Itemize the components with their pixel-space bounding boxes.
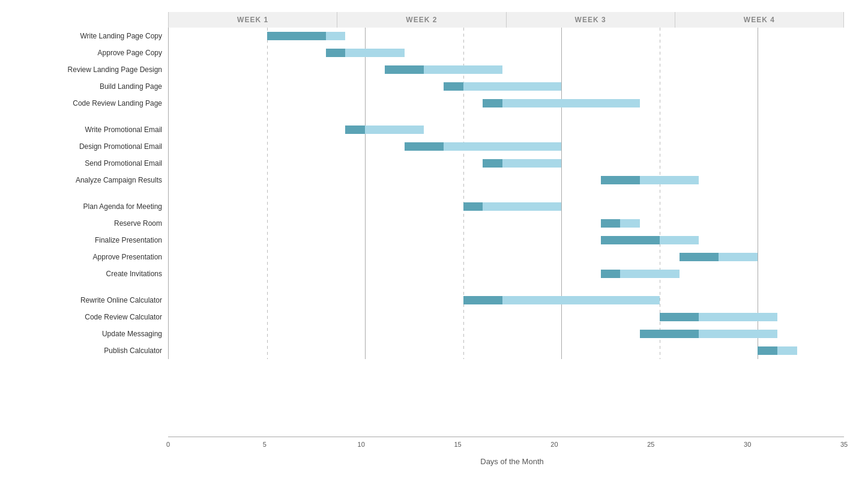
bar-dark-segment: [326, 49, 346, 57]
x-axis: 05101520253035: [168, 437, 844, 455]
bar-light-segment: [777, 346, 797, 355]
week-header: WEEK 1 WEEK 2 WEEK 3 WEEK 4: [168, 12, 844, 28]
bar-dark-segment: [385, 65, 424, 74]
bar-light-segment: [620, 270, 679, 278]
bar-light-segment: [502, 99, 640, 107]
task-label: Write Promotional Email: [12, 121, 168, 138]
task-label: Create Invitations: [12, 265, 168, 282]
x-tick: 30: [744, 441, 751, 448]
bar-light-segment: [483, 202, 561, 211]
gantt-bar: [169, 232, 856, 249]
bar-light-segment: [699, 313, 777, 321]
x-tick: 0: [166, 441, 170, 448]
gantt-bar: [169, 138, 856, 155]
gantt-bar: [169, 198, 856, 215]
bar-light-segment: [640, 176, 699, 184]
task-label: Design Promotional Email: [12, 138, 168, 155]
gantt-bar: [169, 95, 856, 112]
task-label: [12, 189, 168, 198]
gantt-bar: [169, 342, 856, 359]
bar-dark-segment: [680, 253, 719, 261]
bar-light-segment: [326, 32, 346, 40]
gantt-bar: [169, 61, 856, 78]
bar-light-segment: [365, 126, 424, 134]
week-label-2: WEEK 2: [337, 12, 505, 28]
bar-light-segment: [444, 142, 561, 151]
bar-dark-segment: [640, 330, 699, 338]
bar-dark-segment: [601, 236, 660, 244]
week-label-3: WEEK 3: [506, 12, 675, 28]
task-label: Write Landing Page Copy: [12, 28, 168, 44]
gantt-bar: [169, 265, 856, 282]
task-label: Publish Calculator: [12, 342, 168, 359]
bar-light-segment: [424, 65, 502, 74]
bar-dark-segment: [660, 313, 699, 321]
task-label: Reserve Room: [12, 215, 168, 232]
x-tick: 15: [454, 441, 461, 448]
x-tick: 20: [550, 441, 558, 448]
bar-dark-segment: [463, 296, 502, 304]
bar-dark-segment: [405, 142, 444, 151]
bar-dark-segment: [267, 32, 326, 40]
x-tick: 5: [263, 441, 267, 448]
task-label: [12, 282, 168, 292]
bar-dark-segment: [444, 82, 463, 91]
bar-dark-segment: [601, 270, 621, 278]
bar-light-segment: [502, 159, 561, 168]
task-label: Code Review Landing Page: [12, 95, 168, 112]
bar-light-segment: [719, 253, 758, 261]
gantt-bar: [169, 215, 856, 232]
gantt-bar: [169, 121, 856, 138]
task-label: Rewrite Online Calculator: [12, 292, 168, 309]
gantt-bar: [169, 309, 856, 325]
gantt-bar: [169, 78, 856, 95]
x-tick: 10: [358, 441, 365, 448]
task-label: Build Landing Page: [12, 78, 168, 95]
gantt-area: [168, 28, 856, 359]
bar-dark-segment: [463, 202, 483, 211]
x-tick: 35: [840, 441, 848, 448]
chart-area: Write Landing Page CopyApprove Page Copy…: [12, 28, 856, 437]
bar-dark-segment: [483, 159, 502, 168]
x-tick: 25: [647, 441, 654, 448]
bar-dark-segment: [345, 126, 365, 134]
bar-dark-segment: [601, 176, 640, 184]
task-label: Approve Presentation: [12, 249, 168, 265]
bar-light-segment: [345, 49, 404, 57]
bar-light-segment: [620, 219, 640, 228]
week-label-4: WEEK 4: [675, 12, 844, 28]
task-label: Review Landing Page Design: [12, 61, 168, 78]
bar-light-segment: [502, 296, 660, 304]
task-label: Code Review Calculator: [12, 309, 168, 325]
task-label: Update Messaging: [12, 325, 168, 342]
bar-dark-segment: [483, 99, 502, 107]
gantt-bar: [169, 28, 856, 44]
task-label: Send Promotional Email: [12, 155, 168, 172]
week-label-1: WEEK 1: [168, 12, 337, 28]
gantt-bar: [169, 325, 856, 342]
task-labels: Write Landing Page CopyApprove Page Copy…: [12, 28, 168, 359]
gantt-bar: [169, 155, 856, 172]
gantt-bar: [169, 292, 856, 309]
bar-light-segment: [699, 330, 777, 338]
gantt-bar: [169, 172, 856, 189]
task-label: Analyze Campaign Results: [12, 172, 168, 189]
bar-light-segment: [463, 82, 562, 91]
task-label: Finalize Presentation: [12, 232, 168, 249]
gantt-bar: [169, 249, 856, 265]
task-label: Plan Agenda for Meeting: [12, 198, 168, 215]
bar-dark-segment: [758, 346, 777, 355]
task-label: [12, 112, 168, 121]
bar-light-segment: [660, 236, 699, 244]
task-label: Approve Page Copy: [12, 44, 168, 61]
gantt-bar: [169, 44, 856, 61]
chart-container: WEEK 1 WEEK 2 WEEK 3 WEEK 4 Write Landin…: [0, 0, 868, 502]
x-axis-label: Days of the Month: [168, 457, 856, 466]
bar-dark-segment: [601, 219, 621, 228]
